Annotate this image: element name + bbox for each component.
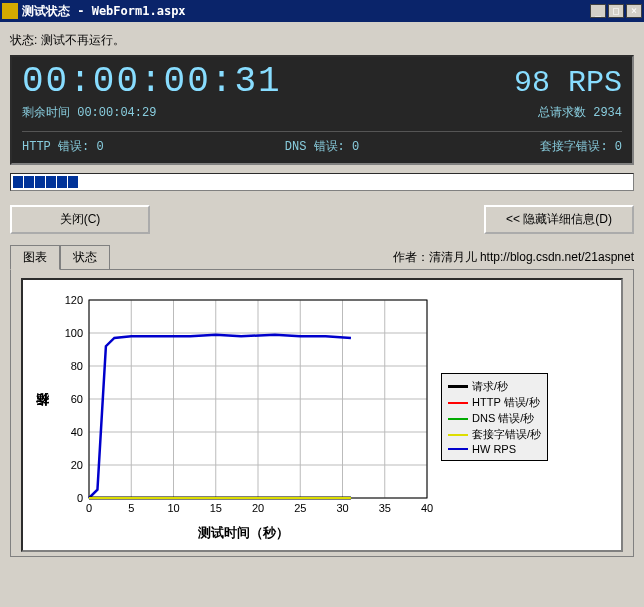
svg-text:0: 0 [77,492,83,504]
svg-text:0: 0 [86,502,92,514]
hide-details-button[interactable]: << 隐藏详细信息(D) [484,205,634,234]
total-requests: 总请求数 2934 [538,104,622,121]
close-window-button[interactable]: × [626,4,642,18]
socket-errors: 套接字错误: 0 [540,138,622,155]
status-line: 状态: 测试不再运行。 [10,32,634,49]
legend-req: 请求/秒 [472,379,508,394]
svg-text:5: 5 [128,502,134,514]
elapsed-time: 00:00:00:31 [22,61,282,102]
svg-text:80: 80 [71,360,83,372]
chart-panel: 指标 0510152025303540020406080100120 测试时间（… [10,270,634,557]
svg-text:20: 20 [71,459,83,471]
svg-text:25: 25 [294,502,306,514]
rps-value: 98 RPS [514,66,622,100]
legend: 请求/秒 HTTP 错误/秒 DNS 错误/秒 套接字错误/秒 HW RPS [441,373,548,461]
titlebar: 测试状态 - WebForm1.aspx _ □ × [0,0,644,22]
legend-sock: 套接字错误/秒 [472,427,541,442]
window-buttons: _ □ × [590,4,642,18]
lcd-panel: 00:00:00:31 98 RPS 剩余时间 00:00:04:29 总请求数… [10,55,634,165]
close-button[interactable]: 关闭(C) [10,205,150,234]
button-row: 关闭(C) << 隐藏详细信息(D) [10,205,634,234]
tab-chart[interactable]: 图表 [10,245,60,270]
chart-box: 指标 0510152025303540020406080100120 测试时间（… [21,278,623,552]
svg-text:30: 30 [336,502,348,514]
app-icon [2,3,18,19]
tab-row: 图表 状态 作者：清清月儿 http://blog.csdn.net/21asp… [10,244,634,270]
minimize-button[interactable]: _ [590,4,606,18]
svg-text:60: 60 [71,393,83,405]
plot-area: 0510152025303540020406080100120 [53,292,433,522]
status-label: 状态: [10,33,37,47]
window-title: 测试状态 - WebForm1.aspx [22,3,590,20]
svg-text:100: 100 [65,327,83,339]
remaining-time: 剩余时间 00:00:04:29 [22,104,156,121]
status-text: 测试不再运行。 [41,33,125,47]
svg-text:20: 20 [252,502,264,514]
http-errors: HTTP 错误: 0 [22,138,104,155]
y-axis-label: 指标 [31,292,53,542]
svg-text:40: 40 [421,502,433,514]
svg-text:120: 120 [65,294,83,306]
svg-text:10: 10 [167,502,179,514]
svg-text:15: 15 [210,502,222,514]
svg-text:35: 35 [379,502,391,514]
author-text: 作者：清清月儿 http://blog.csdn.net/21aspnet [393,249,634,269]
dns-errors: DNS 错误: 0 [285,138,359,155]
x-axis-label: 测试时间（秒） [53,524,433,542]
progress-bar [10,173,634,191]
legend-hw: HW RPS [472,443,516,455]
legend-dns: DNS 错误/秒 [472,411,534,426]
maximize-button[interactable]: □ [608,4,624,18]
content-area: 状态: 测试不再运行。 00:00:00:31 98 RPS 剩余时间 00:0… [0,22,644,563]
legend-http: HTTP 错误/秒 [472,395,540,410]
svg-text:40: 40 [71,426,83,438]
tab-status[interactable]: 状态 [60,245,110,269]
